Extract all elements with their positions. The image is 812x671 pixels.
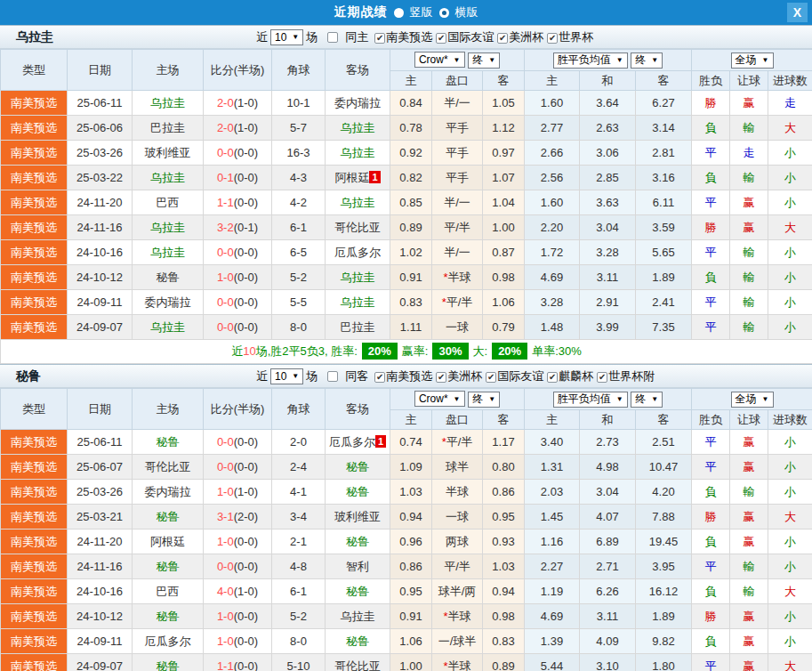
bookmaker-select[interactable]: Crow*▼ <box>414 52 465 68</box>
team-name: 秘鲁 <box>16 368 41 384</box>
score-cell: 0-0(0-0) <box>204 240 272 265</box>
same-venue-label[interactable]: 同客 <box>345 368 368 384</box>
score-cell: 1-1(0-0) <box>204 654 272 671</box>
competition-label[interactable]: 麒麟杯 <box>559 369 593 383</box>
away-team-cell: 厄瓜多尔1 <box>326 430 390 455</box>
home-team-cell: 乌拉圭 <box>133 240 204 265</box>
competition-label[interactable]: 美洲杯 <box>447 369 482 383</box>
competition-checkbox[interactable]: ✔ <box>486 372 496 383</box>
competition-checkbox[interactable]: ✔ <box>436 33 446 44</box>
vertical-radio-label[interactable]: 竖版 <box>410 4 433 20</box>
date-cell: 24-11-20 <box>68 190 133 215</box>
competition-checkbox[interactable]: ✔ <box>547 372 558 383</box>
competition-label[interactable]: 世界杯附 <box>608 369 655 383</box>
score-cell: 3-1(2-0) <box>204 505 272 530</box>
corner-cell: 10-1 <box>272 91 326 116</box>
avg-home-odds-cell: 1.16 <box>525 530 580 554</box>
competition-label[interactable]: 国际友谊 <box>497 369 543 383</box>
competition-checkbox[interactable]: ✔ <box>497 33 508 44</box>
halftime-score: (0-0) <box>234 246 258 259</box>
competition-type-cell: 南美预选 <box>1 240 68 265</box>
fulltime-select[interactable]: 全场▼ <box>731 392 774 408</box>
avg-away-odds-cell: 19.45 <box>636 530 692 554</box>
competition-checkbox[interactable]: ✔ <box>374 33 385 44</box>
halftime-score: (1-0) <box>234 485 258 498</box>
competition-label[interactable]: 南美预选 <box>386 30 432 44</box>
competition-checkbox[interactable]: ✔ <box>547 33 558 44</box>
avg-odds-select[interactable]: 胜平负均值▼ <box>553 392 628 408</box>
score-cell: 0-0(0-0) <box>204 430 272 455</box>
letball-result-cell: 輸 <box>730 480 768 505</box>
away-odds-cell: 1.05 <box>483 91 525 116</box>
match-row: 南美预选24-11-20阿根廷1-0(0-0)2-1秘鲁0.96两球0.931.… <box>1 530 812 554</box>
avg-draw-odds-cell: 6.89 <box>580 530 636 554</box>
corner-cell: 5-2 <box>272 604 326 629</box>
match-count-select[interactable]: 10▼ <box>270 29 303 45</box>
away-odds-cell: 0.98 <box>483 265 525 290</box>
away-team-cell: 阿根廷1 <box>326 166 390 190</box>
match-row: 南美预选25-03-26委内瑞拉1-0(1-0)4-1秘鲁1.03半球0.862… <box>1 480 812 505</box>
halftime-score: (1-0) <box>234 96 258 109</box>
avg-stage-select[interactable]: 终▼ <box>631 53 663 69</box>
avg-odds-select[interactable]: 胜平负均值▼ <box>553 53 628 69</box>
avg-draw-odds-cell: 3.11 <box>580 265 636 290</box>
away-team-name: 秘鲁 <box>346 460 369 473</box>
competition-checkbox[interactable]: ✔ <box>374 372 385 383</box>
avg-away-odds-cell: 6.27 <box>636 91 692 116</box>
home-odds-cell: 0.82 <box>390 166 432 190</box>
competition-label[interactable]: 世界杯 <box>559 30 593 44</box>
away-team-cell: 秘鲁 <box>326 480 390 505</box>
same-venue-label[interactable]: 同主 <box>345 29 368 45</box>
competition-checkbox[interactable]: ✔ <box>597 372 607 383</box>
handicap-text: 半球 <box>448 271 471 284</box>
summary-single-label: 单率: <box>532 344 559 358</box>
date-cell: 24-09-11 <box>68 290 133 315</box>
handicap-cell: *平/半 <box>432 290 483 315</box>
title-bar: 近期战绩 竖版 横版 X <box>0 0 812 25</box>
fulltime-score: 0-0 <box>217 460 234 473</box>
competition-label[interactable]: 美洲杯 <box>509 30 543 44</box>
avg-away-odds-cell: 2.51 <box>636 430 692 455</box>
halftime-score: (0-0) <box>234 146 258 159</box>
avg-stage-select[interactable]: 终▼ <box>631 392 663 408</box>
summary-count: 10 <box>243 344 255 358</box>
same-venue-checkbox[interactable] <box>327 32 338 43</box>
score-cell: 1-0(0-0) <box>204 265 272 290</box>
corner-cell: 5-7 <box>272 116 326 141</box>
halftime-score: (0-0) <box>234 610 258 623</box>
near-label: 近 <box>256 368 268 384</box>
competition-type-cell: 南美预选 <box>1 554 68 579</box>
score-cell: 0-1(0-0) <box>204 166 272 190</box>
fulltime-select[interactable]: 全场▼ <box>731 53 774 69</box>
same-venue-checkbox[interactable] <box>327 371 338 382</box>
winloss-result-cell: 負 <box>692 579 730 604</box>
odds-stage-select[interactable]: 终▼ <box>468 392 500 408</box>
chevron-down-icon: ▼ <box>616 395 623 403</box>
chevron-down-icon: ▼ <box>762 56 769 64</box>
odds-stage-select[interactable]: 终▼ <box>468 53 500 69</box>
handicap-text: 平/半 <box>446 435 473 449</box>
horizontal-radio[interactable] <box>439 8 449 18</box>
away-team-name: 乌拉圭 <box>341 146 375 159</box>
bookmaker-select[interactable]: Crow*▼ <box>414 391 465 407</box>
chevron-down-icon: ▼ <box>651 56 658 64</box>
filter-bar: 近 10▼ 场 同客 ✔南美预选✔美洲杯✔国际友谊✔麒麟杯✔世界杯附 <box>256 368 655 384</box>
letball-result-cell: 輸 <box>730 116 768 141</box>
handicap-text: 一球 <box>446 510 469 523</box>
competition-checkbox[interactable]: ✔ <box>436 372 446 383</box>
halftime-score: (0-0) <box>234 659 258 671</box>
close-icon[interactable]: X <box>787 3 808 22</box>
competition-label[interactable]: 国际友谊 <box>447 30 494 44</box>
match-count-select[interactable]: 10▼ <box>270 368 303 384</box>
fulltime-score: 1-0 <box>217 610 234 623</box>
horizontal-radio-label[interactable]: 横版 <box>455 4 478 20</box>
date-cell: 24-10-16 <box>68 579 133 604</box>
halftime-score: (0-0) <box>234 435 258 449</box>
away-team-cell: 智利 <box>326 554 390 579</box>
letball-result-cell: 赢 <box>730 91 768 116</box>
competition-label[interactable]: 南美预选 <box>386 369 432 383</box>
avg-draw-odds-cell: 2.63 <box>580 116 636 141</box>
subcol-letball: 让球 <box>730 410 768 430</box>
vertical-radio[interactable] <box>394 8 404 18</box>
matches-table: 类型 日期 主场 比分(半场) 角球 客场 Crow*▼ 终▼ 胜平负均值▼ 终… <box>0 388 812 671</box>
